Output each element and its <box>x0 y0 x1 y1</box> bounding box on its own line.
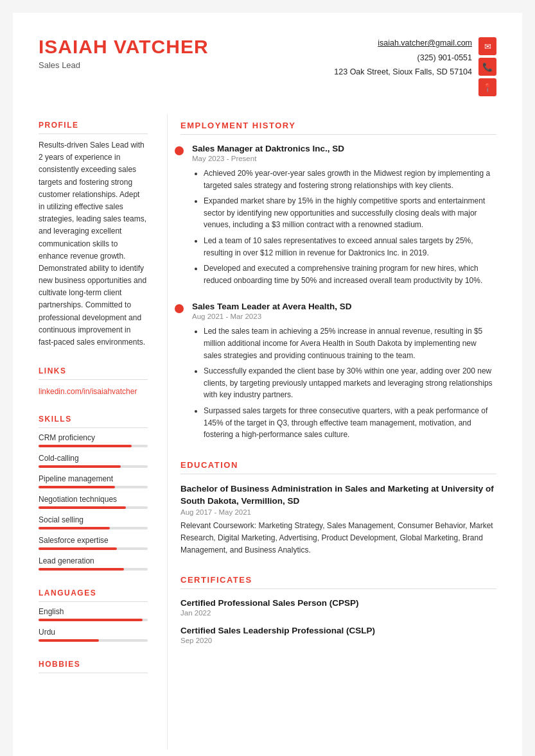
links-title: LINKS <box>39 366 148 380</box>
skills-section: SKILLS CRM proficiency Cold-calling Pipe… <box>39 415 148 571</box>
skill-bar-bg <box>39 486 148 488</box>
candidate-title: Sales Lead <box>39 60 209 70</box>
job-bullet: Led a team of 10 sales representatives t… <box>204 235 496 259</box>
edu-title: Bachelor of Business Administration in S… <box>180 483 496 508</box>
job-dates: May 2023 - Present <box>192 155 496 162</box>
skill-item: Salesforce expertise <box>39 536 148 550</box>
job-bullet: Developed and executed a comprehensive t… <box>204 262 496 286</box>
skills-list: CRM proficiency Cold-calling Pipeline ma… <box>39 433 148 571</box>
job-item: Sales Manager at Daktronics Inc., SD May… <box>180 144 496 286</box>
edu-desc: Relevant Coursework: Marketing Strategy,… <box>180 520 496 556</box>
skill-item: Negotiation techniques <box>39 495 148 509</box>
certificates-section: CERTIFICATES Certified Professional Sale… <box>180 575 496 644</box>
cert-title: Certified Professional Sales Person (CPS… <box>180 598 496 608</box>
education-list: Bachelor of Business Administration in S… <box>180 483 496 556</box>
skill-name: Cold-calling <box>39 454 148 463</box>
skill-bar-bg <box>39 445 148 447</box>
job-bullet: Surpassed sales targets for three consec… <box>204 405 496 441</box>
header-left: ISAIAH VATCHER Sales Lead <box>39 36 209 70</box>
job-dot <box>175 304 184 313</box>
skill-name: Social selling <box>39 515 148 524</box>
skill-bar-fill <box>39 486 115 488</box>
job-title: Sales Manager at Daktronics Inc., SD <box>192 144 496 153</box>
skill-bar-fill <box>39 547 117 550</box>
lang-bar-fill <box>39 639 99 642</box>
employment-section: EMPLOYMENT HISTORY Sales Manager at Dakt… <box>180 121 496 441</box>
language-item: English <box>39 607 148 621</box>
job-bullet: Led the sales team in achieving a 25% in… <box>204 325 496 361</box>
email: isaiah.vatcher@gmail.com <box>334 36 472 51</box>
languages-list: English Urdu <box>39 607 148 642</box>
job-bullet: Successfully expanded the client base by… <box>204 365 496 401</box>
cert-date: Jan 2022 <box>180 609 496 617</box>
linkedin-link[interactable]: linkedin.com/in/isaiahvatcher <box>39 387 137 396</box>
skill-bar-fill <box>39 527 110 529</box>
hobbies-title: HOBBIES <box>39 660 148 673</box>
skill-item: Pipeline management <box>39 474 148 488</box>
skill-bar-fill <box>39 465 121 468</box>
job-title: Sales Team Leader at Avera Health, SD <box>192 302 496 311</box>
address: 123 Oak Street, Sioux Falls, SD 57104 <box>334 65 472 80</box>
skill-item: Social selling <box>39 515 148 529</box>
language-name: Urdu <box>39 628 148 637</box>
certificates-list: Certified Professional Sales Person (CPS… <box>180 598 496 644</box>
job-bullets: Achieved 20% year-over-year sales growth… <box>192 168 496 286</box>
skills-title: SKILLS <box>39 415 148 428</box>
skill-bar-bg <box>39 465 148 468</box>
profile-title: PROFILE <box>39 121 148 134</box>
email-icon: ✉ <box>478 37 496 55</box>
lang-bar-bg <box>39 619 148 621</box>
skill-bar-fill <box>39 568 124 571</box>
skill-name: Lead generation <box>39 556 148 565</box>
skill-item: CRM proficiency <box>39 433 148 447</box>
education-title: EDUCATION <box>180 460 496 474</box>
right-content: EMPLOYMENT HISTORY Sales Manager at Dakt… <box>167 114 522 750</box>
skill-bar-bg <box>39 506 148 509</box>
location-icon: 📍 <box>478 78 496 96</box>
cert-item: Certified Sales Leadership Professional … <box>180 626 496 644</box>
skill-bar-fill <box>39 506 126 509</box>
skill-name: Negotiation techniques <box>39 495 148 504</box>
edu-item: Bachelor of Business Administration in S… <box>180 483 496 556</box>
lang-bar-fill <box>39 619 143 621</box>
certificates-title: CERTIFICATES <box>180 575 496 589</box>
skill-bar-bg <box>39 547 148 550</box>
languages-title: LANGUAGES <box>39 588 148 602</box>
hobbies-section: HOBBIES <box>39 660 148 673</box>
resume-container: ISAIAH VATCHER Sales Lead isaiah.vatcher… <box>13 13 522 756</box>
education-section: EDUCATION Bachelor of Business Administr… <box>180 460 496 556</box>
skill-bar-bg <box>39 568 148 571</box>
candidate-name: ISAIAH VATCHER <box>39 36 209 58</box>
skill-bar-fill <box>39 445 132 447</box>
skill-name: Salesforce expertise <box>39 536 148 545</box>
skill-name: CRM proficiency <box>39 433 148 442</box>
job-bullet: Expanded market share by 15% in the high… <box>204 195 496 231</box>
phone: (325) 901-0551 <box>334 51 472 65</box>
skill-bar-bg <box>39 527 148 529</box>
employment-title: EMPLOYMENT HISTORY <box>180 121 496 135</box>
sidebar: PROFILE Results-driven Sales Lead with 2… <box>13 114 167 750</box>
cert-item: Certified Professional Sales Person (CPS… <box>180 598 496 617</box>
header: ISAIAH VATCHER Sales Lead isaiah.vatcher… <box>13 13 522 114</box>
language-item: Urdu <box>39 628 148 642</box>
languages-section: LANGUAGES English Urdu <box>39 588 148 642</box>
job-dates: Aug 2021 - Mar 2023 <box>192 313 496 320</box>
cert-date: Sep 2020 <box>180 637 496 644</box>
job-bullet: Achieved 20% year-over-year sales growth… <box>204 168 496 191</box>
skill-item: Cold-calling <box>39 454 148 468</box>
cert-title: Certified Sales Leadership Professional … <box>180 626 496 635</box>
edu-dates: Aug 2017 - May 2021 <box>180 508 496 516</box>
phone-icon: 📞 <box>478 58 496 76</box>
skill-item: Lead generation <box>39 556 148 571</box>
contact-icons: ✉ 📞 📍 <box>478 37 496 96</box>
skill-name: Pipeline management <box>39 474 148 483</box>
profile-text: Results-driven Sales Lead with 2 years o… <box>39 139 148 348</box>
header-right: isaiah.vatcher@gmail.com (325) 901-0551 … <box>334 36 496 96</box>
job-item: Sales Team Leader at Avera Health, SD Au… <box>180 302 496 440</box>
main-content: PROFILE Results-driven Sales Lead with 2… <box>13 114 522 756</box>
job-dot <box>175 146 184 155</box>
jobs-list: Sales Manager at Daktronics Inc., SD May… <box>180 144 496 441</box>
profile-section: PROFILE Results-driven Sales Lead with 2… <box>39 121 148 348</box>
contact-info: isaiah.vatcher@gmail.com (325) 901-0551 … <box>334 36 472 80</box>
links-section: LINKS linkedin.com/in/isaiahvatcher <box>39 366 148 397</box>
